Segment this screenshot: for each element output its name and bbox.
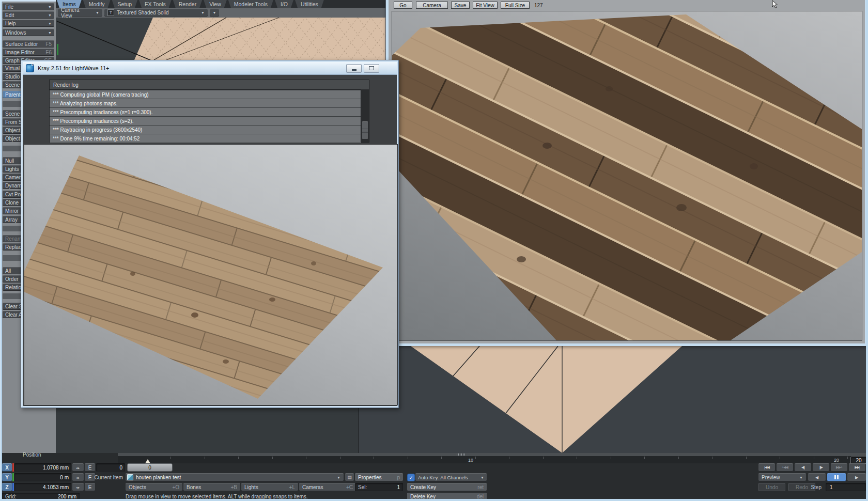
render-log-line[interactable]: *** Precomputing irradiances (s=2). xyxy=(50,116,361,125)
current-item-value: houten planken test xyxy=(136,475,181,480)
log-scrollbar[interactable] xyxy=(361,89,369,142)
render-log-line[interactable]: *** Analyzing photons maps. xyxy=(50,99,361,107)
edit-mode-button[interactable]: Objects +O xyxy=(126,483,182,491)
pause-button[interactable] xyxy=(827,473,846,481)
properties-button[interactable]: Properties p xyxy=(355,473,403,481)
render-toolbar-button[interactable]: Save xyxy=(451,2,470,9)
x-axis-button[interactable]: X xyxy=(2,463,12,472)
undo-button[interactable]: Undo xyxy=(758,483,785,491)
minimize-icon xyxy=(352,69,357,71)
render-counter: 127 xyxy=(534,3,543,8)
main-tab[interactable]: Modeler Tools xyxy=(228,0,273,8)
sidebar-item-label: Image Editor xyxy=(5,50,35,55)
menu-button[interactable]: Help ▼ xyxy=(3,20,54,27)
view-mode-dropdown[interactable]: Camera View ▼ xyxy=(58,9,102,17)
x-spinner[interactable]: ◂▸ xyxy=(72,463,84,472)
y-channel-color xyxy=(12,473,14,481)
current-frame-field[interactable]: 0 xyxy=(96,463,125,472)
camera-viewport-strip[interactable] xyxy=(56,18,388,60)
ruler-label-10: 10 xyxy=(468,458,473,463)
auto-key-checkbox[interactable]: ✓ xyxy=(407,474,415,481)
edit-mode-button[interactable]: Lights +L xyxy=(241,483,298,491)
x-envelope-button[interactable]: E xyxy=(85,463,95,472)
viewport-options-dropdown[interactable]: ▼ xyxy=(210,9,219,17)
transport-button[interactable]: ◀|| xyxy=(795,463,811,472)
tab-label: Modeler Tools xyxy=(234,1,268,7)
main-tab[interactable]: View xyxy=(204,0,227,8)
render-window-toolbar: GoCameraSaveFit ViewFull Size xyxy=(389,0,865,11)
shading-mode-dropdown[interactable]: T Textured Shaded Solid ▼ xyxy=(104,9,208,17)
tab-label: Render xyxy=(179,1,196,7)
maximize-icon xyxy=(369,66,374,70)
transport-button[interactable]: |◀◀ xyxy=(758,463,775,472)
transport-button[interactable]: ▶▶+ xyxy=(831,463,847,472)
step-label: Step xyxy=(802,484,822,490)
render-log-line[interactable]: *** Precomputing irradiances (s=1 r=0.30… xyxy=(50,107,361,116)
menu-button[interactable]: File ▼ xyxy=(3,3,54,10)
render-output-view[interactable] xyxy=(392,11,862,341)
play-reverse-button[interactable]: ◀ xyxy=(808,473,826,481)
main-tab[interactable]: I/O xyxy=(275,0,293,8)
transport-icon: ▶▶+ xyxy=(836,465,842,469)
edit-mode-button[interactable]: Bones +B xyxy=(183,483,240,491)
z-axis-button[interactable]: Z xyxy=(2,483,12,491)
pause-icon xyxy=(834,475,839,479)
chevron-down-icon: ▼ xyxy=(481,476,484,479)
preview-dropdown[interactable]: Preview ▼ xyxy=(758,473,806,481)
render-toolbar-button[interactable]: Camera xyxy=(416,2,448,9)
z-envelope-button[interactable]: E xyxy=(85,483,95,491)
play-button[interactable]: ▶ xyxy=(847,473,866,481)
main-tab[interactable]: Render xyxy=(173,0,202,8)
auto-key-dropdown[interactable]: Auto Key: All Channels ▼ xyxy=(415,473,487,481)
render-log-line[interactable]: *** Computing global PM (camera tracing) xyxy=(50,90,361,99)
transport-button[interactable]: ||▶ xyxy=(813,463,829,472)
list-icon: ▤ xyxy=(347,475,352,480)
transport-button[interactable]: ▶▶| xyxy=(849,463,865,472)
window-frame-top xyxy=(0,0,56,2)
minimize-button[interactable] xyxy=(346,64,362,73)
create-key-button[interactable]: Create Key ret xyxy=(407,483,487,491)
menu-button[interactable]: Windows ▼ xyxy=(3,29,54,36)
sidebar-item[interactable]: Surface Editor F5 xyxy=(3,40,54,48)
render-log-line[interactable]: *** Done 9% time remaining: 00:04:52 xyxy=(50,134,361,143)
window-frame-left xyxy=(0,0,2,501)
z-value-field[interactable]: 4.1053 mm xyxy=(14,483,71,491)
render-toolbar-button[interactable]: Full Size xyxy=(501,2,530,9)
current-frame-marker[interactable] xyxy=(145,459,150,463)
render-toolbar-button[interactable]: Fit View xyxy=(473,2,498,9)
sidebar-item-label: Lights xyxy=(5,166,19,172)
transport-icon: ◀|| xyxy=(801,465,804,469)
main-tab[interactable]: FX Tools xyxy=(139,0,172,8)
item-list-button[interactable]: ▤ xyxy=(345,473,354,481)
mouse-cursor xyxy=(772,0,780,9)
position-section-label: Position xyxy=(23,452,41,458)
edit-mode-button[interactable]: Cameras +C xyxy=(299,483,356,491)
timeline-ruler[interactable]: 10 20 20 xyxy=(118,456,866,463)
tab-label: Modify xyxy=(89,1,105,7)
frame-slider[interactable]: 0 xyxy=(127,463,173,472)
render-log-line[interactable]: *** Raytracing in progress (3600x2540) xyxy=(50,125,361,134)
x-value-field[interactable]: 1.0708 mm xyxy=(14,463,71,472)
current-item-dropdown[interactable]: houten planken test ▼ xyxy=(126,473,344,481)
window-frame-right xyxy=(866,0,868,501)
ruler-label-20: 20 xyxy=(834,458,839,463)
drag-handle-icon[interactable] xyxy=(457,453,465,456)
transport-button[interactable]: +◀◀ xyxy=(777,463,793,472)
main-tab[interactable]: Setup xyxy=(112,0,137,8)
main-tab[interactable]: Utilities xyxy=(295,0,324,8)
y-value-field[interactable]: 0 m xyxy=(14,473,71,481)
sidebar-item[interactable]: Image Editor F6 xyxy=(3,49,54,56)
menu-label: Help xyxy=(5,21,16,26)
menu-button[interactable]: Edit ▼ xyxy=(3,11,54,19)
log-scrollbar-thumb[interactable] xyxy=(362,121,368,139)
kray-title-bar[interactable]: L Kray 2.51 for LightWave 11+ xyxy=(23,62,397,75)
maximize-button[interactable] xyxy=(364,64,379,73)
render-toolbar-button[interactable]: Go xyxy=(394,2,412,9)
viewport-toolbar: Camera View ▼ T Textured Shaded Solid ▼ … xyxy=(56,8,388,18)
z-spinner[interactable]: ◂▸ xyxy=(72,483,84,491)
perspective-viewport-plane[interactable] xyxy=(382,346,744,453)
y-axis-button[interactable]: Y xyxy=(2,473,12,481)
y-position-row: Y 0 m ◂▸ E Current Item houten planken t… xyxy=(0,473,868,481)
step-field[interactable]: 1 xyxy=(826,483,866,491)
end-frame-field[interactable]: 20 xyxy=(850,457,867,464)
